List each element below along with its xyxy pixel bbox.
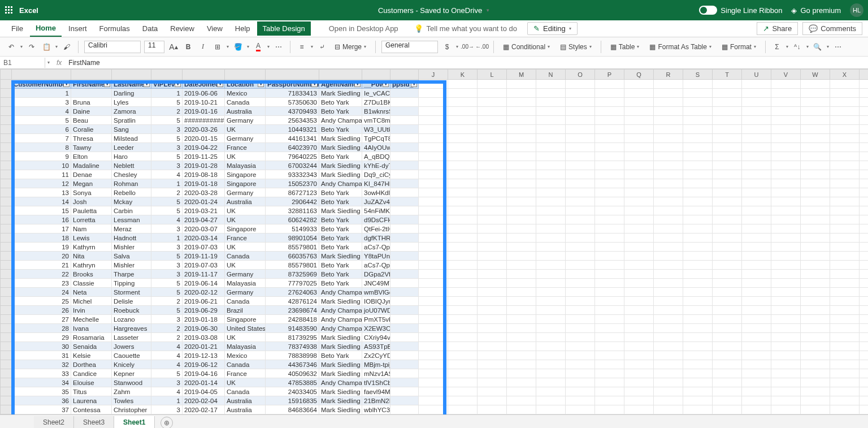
empty-cell[interactable] bbox=[624, 134, 654, 143]
row-header[interactable] bbox=[1, 116, 12, 125]
data-cell[interactable]: 21BmN2Nzdkc bbox=[362, 396, 390, 405]
data-cell[interactable]: 78838998 bbox=[266, 351, 319, 360]
paste-icon[interactable]: 📋 bbox=[41, 41, 52, 53]
find-icon[interactable]: 🔍 bbox=[812, 41, 823, 53]
empty-cell[interactable] bbox=[683, 170, 713, 179]
data-cell[interactable]: 2019-07-03 bbox=[183, 261, 225, 270]
empty-cell[interactable] bbox=[507, 342, 536, 351]
empty-cell[interactable] bbox=[742, 342, 771, 351]
data-cell[interactable] bbox=[390, 333, 419, 342]
empty-cell[interactable] bbox=[683, 116, 713, 125]
empty-cell[interactable] bbox=[566, 252, 595, 261]
empty-cell[interactable] bbox=[507, 143, 536, 152]
empty-cell[interactable] bbox=[478, 188, 507, 197]
column-header[interactable] bbox=[362, 70, 390, 80]
empty-cell[interactable] bbox=[801, 170, 830, 179]
user-avatar[interactable]: HL bbox=[850, 3, 863, 17]
empty-cell[interactable] bbox=[683, 134, 713, 143]
empty-cell[interactable] bbox=[624, 279, 654, 288]
data-cell[interactable]: Irvin bbox=[71, 306, 112, 315]
empty-cell[interactable] bbox=[801, 297, 830, 306]
empty-cell[interactable] bbox=[507, 396, 536, 405]
data-cell[interactable]: 2020-03-28 bbox=[183, 188, 225, 197]
empty-cell[interactable] bbox=[713, 170, 742, 179]
data-cell[interactable]: Mishler bbox=[112, 243, 151, 252]
borders-icon[interactable]: ⊞ bbox=[212, 41, 223, 53]
data-cell[interactable]: 2019-01-18 bbox=[183, 179, 225, 188]
empty-cell[interactable] bbox=[683, 188, 713, 197]
data-cell[interactable]: 2020-01-24 bbox=[183, 197, 225, 206]
empty-cell[interactable] bbox=[419, 80, 448, 89]
empty-cell[interactable] bbox=[830, 405, 860, 414]
empty-cell[interactable] bbox=[419, 152, 448, 161]
empty-cell[interactable] bbox=[860, 324, 869, 333]
empty-cell[interactable] bbox=[448, 369, 478, 378]
empty-cell[interactable] bbox=[742, 351, 771, 360]
empty-cell[interactable] bbox=[713, 224, 742, 234]
empty-cell[interactable] bbox=[566, 243, 595, 252]
empty-cell[interactable] bbox=[566, 125, 595, 134]
empty-cell[interactable] bbox=[595, 324, 624, 333]
empty-cell[interactable] bbox=[830, 297, 860, 306]
data-cell[interactable]: Mark Siedling bbox=[319, 360, 362, 369]
empty-cell[interactable] bbox=[801, 152, 830, 161]
empty-cell[interactable] bbox=[801, 134, 830, 143]
empty-cell[interactable] bbox=[566, 80, 595, 89]
data-cell[interactable]: dgfKTHRCUmM bbox=[362, 234, 390, 243]
data-cell[interactable]: aCs7-QplcCg bbox=[362, 243, 390, 252]
table-column-filter[interactable]: ppsId_▾ bbox=[390, 80, 419, 89]
empty-cell[interactable] bbox=[801, 98, 830, 107]
empty-cell[interactable] bbox=[654, 297, 683, 306]
empty-cell[interactable] bbox=[771, 306, 801, 315]
empty-cell[interactable] bbox=[536, 351, 566, 360]
data-cell[interactable]: 4 bbox=[12, 107, 71, 116]
empty-cell[interactable] bbox=[654, 116, 683, 125]
empty-cell[interactable] bbox=[566, 179, 595, 188]
empty-cell[interactable] bbox=[713, 396, 742, 405]
chevron-down-icon[interactable]: ▾ bbox=[227, 44, 229, 49]
data-cell[interactable]: 26 bbox=[12, 306, 71, 315]
data-cell[interactable]: Germany bbox=[225, 288, 266, 297]
data-cell[interactable]: Canada bbox=[225, 297, 266, 306]
data-cell[interactable]: Canada bbox=[225, 98, 266, 107]
empty-cell[interactable] bbox=[771, 387, 801, 396]
empty-cell[interactable] bbox=[448, 351, 478, 360]
empty-cell[interactable] bbox=[595, 405, 624, 414]
wrap-text-icon[interactable]: ⤶ bbox=[316, 41, 328, 53]
empty-cell[interactable] bbox=[419, 125, 448, 134]
name-box[interactable]: B1 bbox=[0, 58, 45, 68]
data-cell[interactable]: 15 bbox=[12, 206, 71, 215]
column-header[interactable]: T bbox=[713, 70, 742, 80]
empty-cell[interactable] bbox=[713, 188, 742, 197]
data-cell[interactable]: 5 bbox=[151, 152, 183, 161]
data-cell[interactable]: d9DsCFHGYrk bbox=[362, 215, 390, 224]
empty-cell[interactable] bbox=[654, 197, 683, 206]
empty-cell[interactable] bbox=[713, 342, 742, 351]
empty-cell[interactable] bbox=[536, 243, 566, 252]
data-cell[interactable]: MBjm-tpijVo bbox=[362, 360, 390, 369]
empty-cell[interactable] bbox=[860, 89, 869, 98]
empty-cell[interactable] bbox=[478, 179, 507, 188]
empty-cell[interactable] bbox=[419, 342, 448, 351]
empty-cell[interactable] bbox=[624, 125, 654, 134]
empty-cell[interactable] bbox=[624, 116, 654, 125]
data-cell[interactable]: Brooks bbox=[71, 270, 112, 279]
tab-review[interactable]: Review bbox=[164, 21, 200, 36]
empty-cell[interactable] bbox=[536, 252, 566, 261]
data-cell[interactable]: A_qBDQROXFk bbox=[362, 152, 390, 161]
data-cell[interactable] bbox=[390, 161, 419, 170]
data-cell[interactable]: Beau bbox=[71, 116, 112, 125]
data-cell[interactable]: 2019-07-03 bbox=[183, 243, 225, 252]
fx-icon[interactable]: fx bbox=[52, 58, 66, 68]
data-cell[interactable]: 2019-08-18 bbox=[183, 170, 225, 179]
data-cell[interactable]: wmBVlGcYnyY bbox=[362, 288, 390, 297]
data-cell[interactable]: Nam bbox=[71, 224, 112, 234]
empty-cell[interactable] bbox=[595, 161, 624, 170]
empty-cell[interactable] bbox=[830, 333, 860, 342]
empty-cell[interactable] bbox=[566, 261, 595, 270]
empty-cell[interactable] bbox=[478, 261, 507, 270]
empty-cell[interactable] bbox=[624, 324, 654, 333]
data-cell[interactable]: 15052370 bbox=[266, 179, 319, 188]
empty-cell[interactable] bbox=[595, 206, 624, 215]
data-cell[interactable]: Mark Siedling bbox=[319, 297, 362, 306]
